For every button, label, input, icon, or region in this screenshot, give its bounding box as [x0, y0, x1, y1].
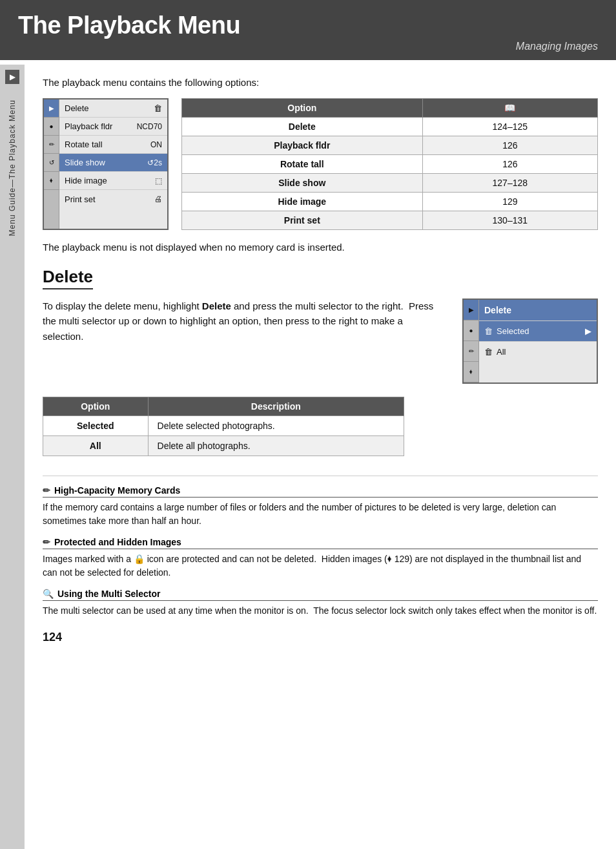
- note-pencil-icon-2: ✏: [43, 537, 50, 547]
- table-row: Selected Delete selected photographs.: [43, 416, 404, 436]
- opt-rotate: Rotate tall: [182, 155, 423, 174]
- delete-row-label-selected: Selected: [497, 326, 581, 336]
- page-print: 130–131: [422, 211, 597, 230]
- sidebar-play-icon: ▶: [5, 70, 19, 84]
- camera-val-hide: ⬚: [155, 176, 162, 185]
- opt-delete: Delete: [182, 118, 423, 136]
- delete-opt-col-header: Option: [43, 397, 149, 416]
- intro-text: The playback menu contains the following…: [43, 77, 598, 88]
- note-protected: ✏ Protected and Hidden Images Images mar…: [43, 537, 598, 580]
- camera-row-print: Print set 🖨: [59, 190, 167, 208]
- camera-label-slide: Slide show: [65, 158, 143, 167]
- opt-hide: Hide image: [182, 193, 423, 211]
- camera-row-rotate: Rotate tall ON: [59, 136, 167, 154]
- camera-left-cell-5: 🞟: [44, 172, 59, 190]
- page-rotate: 126: [422, 155, 597, 174]
- table-row: Delete 124–125: [182, 118, 598, 136]
- page-slide: 127–128: [422, 174, 597, 193]
- dmenu-left-4: 🞟: [464, 362, 478, 383]
- main-content: The playback menu contains the following…: [25, 60, 616, 662]
- note-protected-title: Protected and Hidden Images: [54, 537, 181, 547]
- delete-row-arrow: ▶: [585, 326, 591, 336]
- camera-val-rotate: ON: [150, 140, 162, 149]
- dmenu-left-2: ●: [464, 320, 478, 341]
- delete-menu-header: Delete: [479, 300, 597, 320]
- menu-section: ▶ ● ✏ ↺ 🞟 Delete 🗑 Playback fldr NCD70 R…: [43, 98, 598, 230]
- camera-menu: ▶ ● ✏ ↺ 🞟 Delete 🗑 Playback fldr NCD70 R…: [43, 98, 169, 230]
- delete-menu-right: Delete 🗑 Selected ▶ 🗑 All: [479, 300, 597, 383]
- delete-menu-header-label: Delete: [484, 305, 511, 315]
- page-hide: 129: [422, 193, 597, 211]
- camera-row-hide: Hide image ⬚: [59, 172, 167, 190]
- camera-label-print: Print set: [65, 194, 150, 204]
- table-row: All Delete all photographs.: [43, 436, 404, 456]
- note-high-capacity: ✏ High-Capacity Memory Cards If the memo…: [43, 485, 598, 528]
- delete-desc-col-header: Description: [148, 397, 404, 416]
- camera-label-hide: Hide image: [65, 176, 151, 185]
- page-col-header: 📖: [422, 99, 597, 118]
- delete-row-icon-1: 🗑: [484, 326, 493, 336]
- table-row: Playback fldr 126: [182, 136, 598, 155]
- camera-val-playback: NCD70: [137, 122, 162, 131]
- page-playback: 126: [422, 136, 597, 155]
- page-header: The Playback Menu Managing Images: [0, 0, 616, 60]
- camera-label-rotate: Rotate tall: [65, 140, 147, 149]
- note-protected-heading: ✏ Protected and Hidden Images: [43, 537, 598, 549]
- camera-row-slide: Slide show ↺2s: [59, 154, 167, 172]
- note-high-capacity-heading: ✏ High-Capacity Memory Cards: [43, 485, 598, 498]
- note-search-icon: 🔍: [43, 589, 54, 599]
- camera-left-cell-3: ✏: [44, 136, 59, 154]
- table-row: Print set 130–131: [182, 211, 598, 230]
- notes-section: ✏ High-Capacity Memory Cards If the memo…: [43, 476, 598, 618]
- page-subtitle: Managing Images: [18, 41, 598, 52]
- delete-menu: ▶ ● ✏ 🞟 Delete 🗑 Selected ▶ 🗑 All: [462, 299, 598, 384]
- note-multi-selector-title: Using the Multi Selector: [57, 589, 160, 599]
- delete-section: To display the delete menu, highlight De…: [43, 299, 598, 384]
- note-pencil-icon-1: ✏: [43, 485, 50, 496]
- dmenu-left-3: ✏: [464, 341, 478, 362]
- opt-playback: Playback fldr: [182, 136, 423, 155]
- camera-left-cell-4: ↺: [44, 154, 59, 172]
- dmenu-left-1: ▶: [464, 300, 478, 320]
- camera-row-delete: Delete 🗑: [59, 100, 167, 118]
- camera-val-slide: ↺2s: [147, 158, 162, 167]
- camera-row-playback: Playback fldr NCD70: [59, 118, 167, 136]
- sidebar: ▶ Menu Guide—The Playback Menu: [0, 65, 25, 849]
- sidebar-label: Menu Guide—The Playback Menu: [8, 100, 17, 236]
- delete-row-label-all: All: [497, 347, 591, 357]
- opt-print: Print set: [182, 211, 423, 230]
- delete-menu-selected-row: 🗑 Selected ▶: [479, 320, 597, 341]
- opt-slide: Slide show: [182, 174, 423, 193]
- camera-label-playback: Playback fldr: [65, 121, 133, 131]
- table-row: Slide show 127–128: [182, 174, 598, 193]
- page-delete: 124–125: [422, 118, 597, 136]
- delete-desc-selected: Delete selected photographs.: [148, 416, 404, 436]
- camera-val-delete: 🗑: [154, 103, 162, 113]
- note-protected-body: Images marked with a 🔒 icon are protecte…: [43, 552, 598, 580]
- option-table: Option 📖 Delete 124–125 Playback fldr 12…: [181, 98, 598, 230]
- camera-left-cell-1: ▶: [44, 100, 59, 118]
- camera-menu-left-col: ▶ ● ✏ ↺ 🞟: [44, 100, 59, 229]
- delete-opt-all: All: [43, 436, 149, 456]
- camera-val-print: 🖨: [154, 194, 162, 204]
- note-multi-selector: 🔍 Using the Multi Selector The multi sel…: [43, 589, 598, 618]
- delete-options-table: Option Description Selected Delete selec…: [43, 397, 404, 456]
- delete-menu-left: ▶ ● ✏ 🞟: [464, 300, 479, 383]
- note-multi-selector-body: The multi selector can be used at any ti…: [43, 604, 598, 618]
- delete-row-icon-2: 🗑: [484, 347, 493, 357]
- page-number: 124: [43, 631, 598, 644]
- delete-description: To display the delete menu, highlight De…: [43, 299, 443, 384]
- delete-opt-selected: Selected: [43, 416, 149, 436]
- memory-card-note: The playback menu is not displayed when …: [43, 242, 598, 253]
- note-high-capacity-title: High-Capacity Memory Cards: [54, 485, 180, 496]
- page-title: The Playback Menu: [18, 12, 598, 39]
- note-high-capacity-body: If the memory card contains a large numb…: [43, 501, 598, 528]
- delete-desc-all: Delete all photographs.: [148, 436, 404, 456]
- note-multi-selector-heading: 🔍 Using the Multi Selector: [43, 589, 598, 601]
- delete-heading: Delete: [43, 267, 93, 289]
- camera-left-cell-6: [44, 190, 59, 208]
- camera-left-cell-2: ●: [44, 118, 59, 136]
- table-row: Rotate tall 126: [182, 155, 598, 174]
- camera-menu-rows: Delete 🗑 Playback fldr NCD70 Rotate tall…: [59, 100, 167, 229]
- table-row: Hide image 129: [182, 193, 598, 211]
